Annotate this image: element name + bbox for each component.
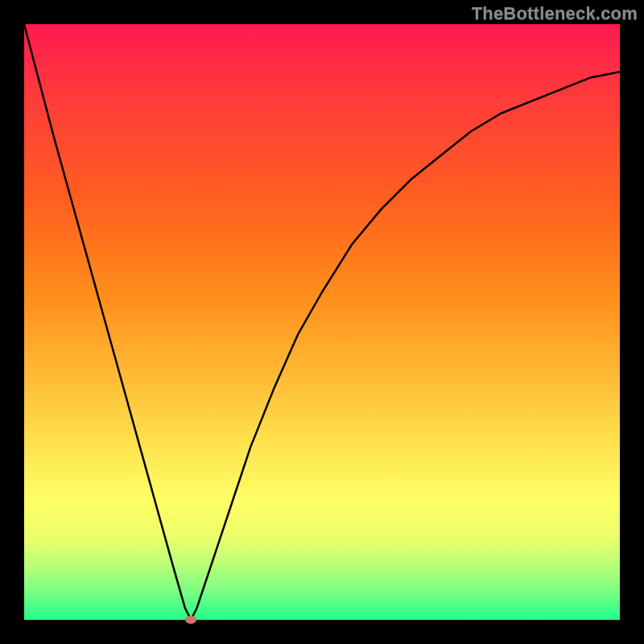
bottleneck-curve xyxy=(24,24,620,620)
plot-area xyxy=(24,24,620,620)
optimal-point-marker xyxy=(185,616,196,624)
watermark-text: TheBottleneck.com xyxy=(472,3,638,24)
chart-frame: TheBottleneck.com xyxy=(0,0,644,644)
